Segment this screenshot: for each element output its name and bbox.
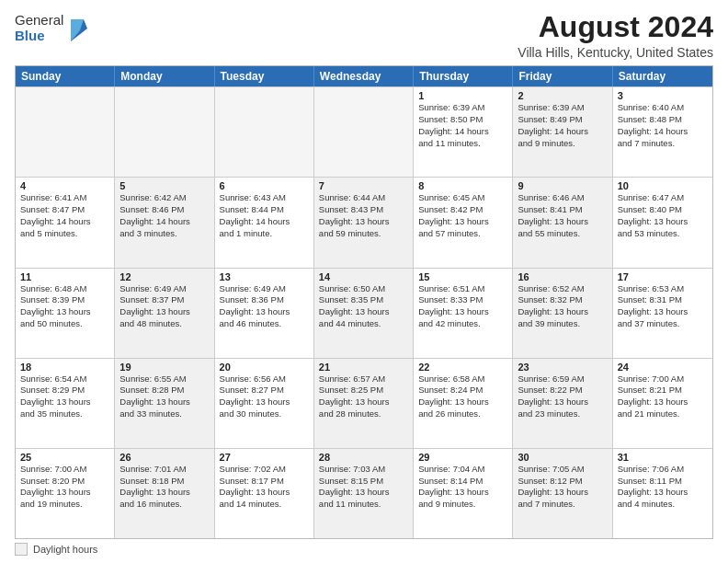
cell-line: and 1 minute.: [220, 228, 309, 240]
legend-box: [15, 543, 28, 556]
cell-line: Sunrise: 6:42 AM: [119, 192, 209, 204]
cell-line: Sunrise: 6:49 AM: [220, 283, 309, 295]
cell-line: and 48 minutes.: [119, 318, 209, 330]
cell-line: and 44 minutes.: [319, 318, 408, 330]
calendar-cell: 4Sunrise: 6:41 AMSunset: 8:47 PMDaylight…: [16, 178, 115, 267]
cell-line: Sunrise: 6:47 AM: [618, 192, 708, 204]
day-number: 10: [618, 180, 708, 191]
cell-line: Sunrise: 6:53 AM: [618, 283, 708, 295]
subtitle: Villa Hills, Kentucky, United States: [518, 45, 713, 60]
calendar-cell: [115, 87, 214, 177]
calendar-header-cell: Thursday: [414, 66, 513, 86]
cell-line: Sunset: 8:28 PM: [119, 385, 209, 396]
cell-line: Sunset: 8:41 PM: [518, 204, 607, 216]
day-number: 25: [20, 452, 109, 463]
cell-line: Sunset: 8:27 PM: [220, 385, 309, 396]
cell-line: Sunrise: 6:46 AM: [518, 192, 607, 204]
day-number: 4: [20, 180, 109, 191]
day-number: 27: [220, 452, 309, 463]
cell-line: Daylight: 13 hours: [20, 396, 109, 408]
cell-line: Daylight: 13 hours: [319, 487, 408, 499]
logo-text: General Blue: [15, 13, 63, 43]
cell-line: Sunset: 8:11 PM: [618, 476, 708, 488]
cell-line: and 3 minutes.: [119, 228, 209, 240]
calendar-cell: 2Sunrise: 6:39 AMSunset: 8:49 PMDaylight…: [513, 87, 612, 177]
day-number: 1: [418, 90, 507, 101]
legend: Daylight hours: [15, 539, 713, 556]
cell-line: Sunset: 8:50 PM: [418, 114, 507, 126]
calendar-cell: 10Sunrise: 6:47 AMSunset: 8:40 PMDayligh…: [613, 178, 712, 267]
logo-blue: Blue: [15, 29, 63, 44]
cell-line: Sunrise: 6:57 AM: [319, 373, 408, 385]
calendar-cell: 21Sunrise: 6:57 AMSunset: 8:25 PMDayligh…: [314, 359, 414, 448]
cell-line: Sunrise: 6:55 AM: [119, 373, 209, 385]
calendar-cell: 14Sunrise: 6:50 AMSunset: 8:35 PMDayligh…: [314, 269, 414, 358]
cell-line: Sunset: 8:21 PM: [618, 385, 708, 396]
header: General Blue August 2024 Villa Hills, Ke…: [15, 11, 713, 60]
cell-line: and 9 minutes.: [418, 499, 507, 511]
cell-line: Sunrise: 6:41 AM: [20, 192, 109, 204]
calendar-row: 25Sunrise: 7:00 AMSunset: 8:20 PMDayligh…: [16, 448, 712, 538]
day-number: 30: [518, 452, 607, 463]
cell-line: Daylight: 13 hours: [319, 306, 408, 318]
calendar-header-cell: Saturday: [613, 66, 712, 86]
calendar-cell: 5Sunrise: 6:42 AMSunset: 8:46 PMDaylight…: [115, 178, 214, 267]
cell-line: and 50 minutes.: [20, 318, 109, 330]
cell-line: Daylight: 13 hours: [418, 306, 507, 318]
cell-line: Daylight: 13 hours: [119, 306, 209, 318]
cell-line: Sunrise: 6:51 AM: [418, 283, 507, 295]
logo-icon: [67, 16, 87, 41]
day-number: 20: [220, 362, 309, 373]
cell-line: Sunset: 8:32 PM: [518, 294, 607, 306]
cell-line: Sunrise: 6:44 AM: [319, 192, 408, 204]
cell-line: Sunset: 8:35 PM: [319, 294, 408, 306]
day-number: 31: [618, 452, 708, 463]
day-number: 29: [418, 452, 507, 463]
cell-line: Sunrise: 6:39 AM: [418, 102, 507, 114]
cell-line: Sunset: 8:17 PM: [220, 476, 309, 488]
cell-line: Sunset: 8:42 PM: [418, 204, 507, 216]
cell-line: Daylight: 14 hours: [518, 126, 607, 138]
cell-line: Sunrise: 6:39 AM: [518, 102, 607, 114]
cell-line: Sunrise: 7:00 AM: [20, 464, 109, 476]
calendar-cell: 3Sunrise: 6:40 AMSunset: 8:48 PMDaylight…: [613, 87, 712, 177]
cell-line: Sunset: 8:18 PM: [119, 476, 209, 488]
calendar-cell: 7Sunrise: 6:44 AMSunset: 8:43 PMDaylight…: [314, 178, 414, 267]
day-number: 2: [518, 90, 607, 101]
cell-line: Daylight: 13 hours: [119, 396, 209, 408]
cell-line: Sunrise: 6:56 AM: [220, 373, 309, 385]
calendar-cell: 27Sunrise: 7:02 AMSunset: 8:17 PMDayligh…: [215, 449, 314, 538]
cell-line: Daylight: 14 hours: [20, 216, 109, 228]
calendar-cell: 23Sunrise: 6:59 AMSunset: 8:22 PMDayligh…: [513, 359, 612, 448]
legend-label: Daylight hours: [33, 544, 97, 555]
calendar-body: 1Sunrise: 6:39 AMSunset: 8:50 PMDaylight…: [16, 86, 712, 538]
cell-line: Sunrise: 6:40 AM: [618, 102, 708, 114]
cell-line: and 7 minutes.: [618, 138, 708, 150]
cell-line: Sunrise: 7:00 AM: [618, 373, 708, 385]
cell-line: Sunrise: 7:03 AM: [319, 464, 408, 476]
day-number: 22: [418, 362, 507, 373]
cell-line: Daylight: 13 hours: [618, 396, 708, 408]
cell-line: Sunrise: 6:58 AM: [418, 373, 507, 385]
calendar-cell: 8Sunrise: 6:45 AMSunset: 8:42 PMDaylight…: [414, 178, 513, 267]
cell-line: Daylight: 14 hours: [119, 216, 209, 228]
calendar-row: 18Sunrise: 6:54 AMSunset: 8:29 PMDayligh…: [16, 358, 712, 448]
cell-line: Sunrise: 6:59 AM: [518, 373, 607, 385]
day-number: 9: [518, 180, 607, 191]
cell-line: and 4 minutes.: [618, 499, 708, 511]
calendar-cell: 30Sunrise: 7:05 AMSunset: 8:12 PMDayligh…: [513, 449, 612, 538]
cell-line: Daylight: 13 hours: [319, 396, 408, 408]
day-number: 16: [518, 271, 607, 282]
cell-line: Sunset: 8:49 PM: [518, 114, 607, 126]
cell-line: and 30 minutes.: [220, 408, 309, 420]
calendar-row: 1Sunrise: 6:39 AMSunset: 8:50 PMDaylight…: [16, 86, 712, 177]
cell-line: Daylight: 13 hours: [418, 487, 507, 499]
calendar-cell: 24Sunrise: 7:00 AMSunset: 8:21 PMDayligh…: [613, 359, 712, 448]
calendar-cell: 9Sunrise: 6:46 AMSunset: 8:41 PMDaylight…: [513, 178, 612, 267]
cell-line: Daylight: 13 hours: [220, 306, 309, 318]
day-number: 24: [618, 362, 708, 373]
day-number: 23: [518, 362, 607, 373]
calendar-header-cell: Sunday: [16, 66, 115, 86]
cell-line: Daylight: 14 hours: [618, 126, 708, 138]
day-number: 6: [220, 180, 309, 191]
